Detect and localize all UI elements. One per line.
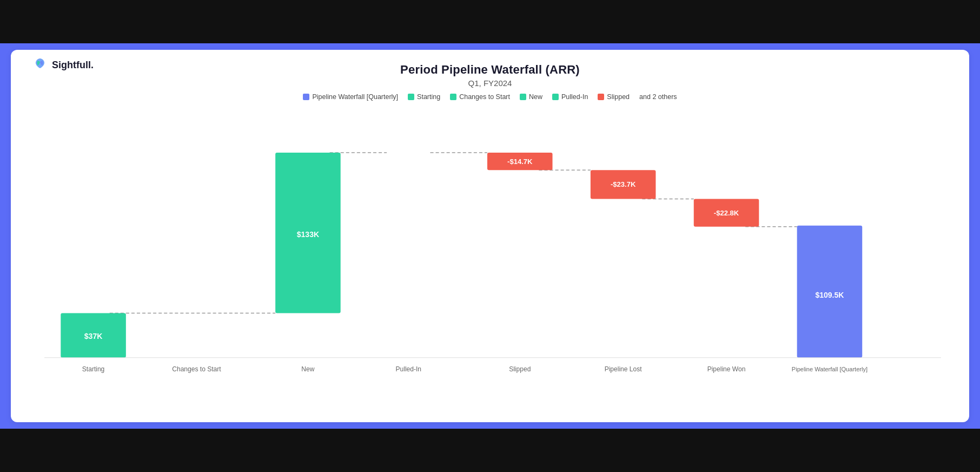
legend-item-starting: Starting bbox=[408, 93, 440, 101]
x-label-pulledin: Pulled-In bbox=[396, 365, 422, 373]
x-label-starting: Starting bbox=[82, 365, 105, 373]
waterfall-chart: $37K Starting Changes to Start $133K New… bbox=[28, 108, 952, 411]
legend-dot-pulledin bbox=[552, 94, 559, 100]
x-label-waterfall: Pipeline Waterfall [Quarterly] bbox=[792, 366, 868, 372]
legend-label-new: New bbox=[529, 93, 542, 101]
x-label-new: New bbox=[301, 365, 314, 373]
card-wrapper: Sightfull. Period Pipeline Waterfall (AR… bbox=[0, 43, 980, 429]
legend-item-others: and 2 others bbox=[639, 93, 677, 101]
outer-frame: Sightfull. Period Pipeline Waterfall (AR… bbox=[0, 0, 980, 472]
chart-area: $37K Starting Changes to Start $133K New… bbox=[28, 108, 952, 411]
card-header: Period Pipeline Waterfall (ARR) Q1, FY20… bbox=[28, 63, 952, 88]
x-label-lost: Pipeline Lost bbox=[605, 365, 643, 373]
legend-dot-changes bbox=[450, 94, 456, 100]
legend-label-changes: Changes to Start bbox=[459, 93, 510, 101]
bar-label-won: -$22.8K bbox=[714, 209, 739, 217]
legend-item-waterfall: Pipeline Waterfall [Quarterly] bbox=[303, 93, 398, 101]
legend-label-others: and 2 others bbox=[639, 93, 677, 101]
x-label-slipped: Slipped bbox=[509, 365, 531, 373]
logo-icon bbox=[32, 56, 48, 74]
x-label-won: Pipeline Won bbox=[707, 365, 746, 373]
logo-text: Sightfull. bbox=[52, 60, 94, 71]
legend-label-slipped: Slipped bbox=[607, 93, 630, 101]
chart-title: Period Pipeline Waterfall (ARR) bbox=[28, 63, 952, 77]
legend-label-starting: Starting bbox=[417, 93, 440, 101]
legend-item-pulledin: Pulled-In bbox=[552, 93, 588, 101]
chart-legend: Pipeline Waterfall [Quarterly] Starting … bbox=[28, 93, 952, 101]
bar-label-waterfall: $109.5K bbox=[815, 291, 844, 299]
x-label-changes: Changes to Start bbox=[172, 365, 221, 373]
chart-subtitle: Q1, FY2024 bbox=[28, 78, 952, 88]
logo: Sightfull. bbox=[32, 56, 94, 74]
legend-item-new: New bbox=[520, 93, 542, 101]
legend-dot-waterfall bbox=[303, 94, 309, 100]
legend-item-changes: Changes to Start bbox=[450, 93, 510, 101]
bar-label-slipped: -$14.7K bbox=[507, 158, 533, 166]
legend-dot-slipped bbox=[598, 94, 604, 100]
chart-card: Sightfull. Period Pipeline Waterfall (AR… bbox=[11, 50, 969, 422]
legend-label-waterfall: Pipeline Waterfall [Quarterly] bbox=[312, 93, 398, 101]
legend-label-pulledin: Pulled-In bbox=[561, 93, 588, 101]
bottom-black-bar bbox=[0, 429, 980, 472]
bar-label-starting: $37K bbox=[84, 332, 103, 340]
legend-dot-starting bbox=[408, 94, 414, 100]
legend-dot-new bbox=[520, 94, 526, 100]
legend-item-slipped: Slipped bbox=[598, 93, 630, 101]
top-black-bar bbox=[0, 0, 980, 43]
bar-label-new: $133K bbox=[297, 230, 320, 239]
bar-label-lost: -$23.7K bbox=[611, 180, 636, 188]
